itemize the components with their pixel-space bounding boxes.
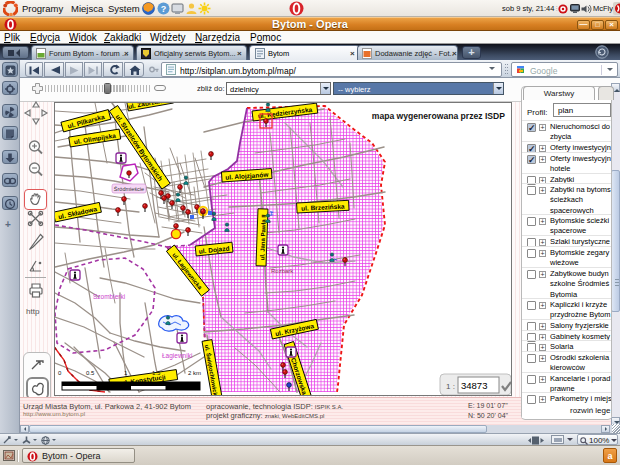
svg-text:1 :: 1 : bbox=[446, 382, 455, 391]
svg-text:1: 1 bbox=[124, 370, 128, 376]
svg-text:mapa wygenerowana przez ISDP: mapa wygenerowana przez ISDP bbox=[372, 111, 506, 121]
svg-text:2 km: 2 km bbox=[188, 370, 201, 376]
svg-text:0: 0 bbox=[58, 370, 62, 376]
svg-text:Rozbark: Rozbark bbox=[271, 268, 294, 274]
svg-text:0.5: 0.5 bbox=[86, 370, 95, 376]
svg-text:Szombierki: Szombierki bbox=[93, 293, 125, 300]
svg-text:Łagiewniki: Łagiewniki bbox=[162, 352, 192, 360]
svg-text:?: ? bbox=[161, 4, 167, 14]
svg-text:34873: 34873 bbox=[461, 380, 487, 391]
svg-text:Śródmieście: Śródmieście bbox=[114, 185, 144, 192]
svg-text:1.5: 1.5 bbox=[152, 370, 161, 376]
